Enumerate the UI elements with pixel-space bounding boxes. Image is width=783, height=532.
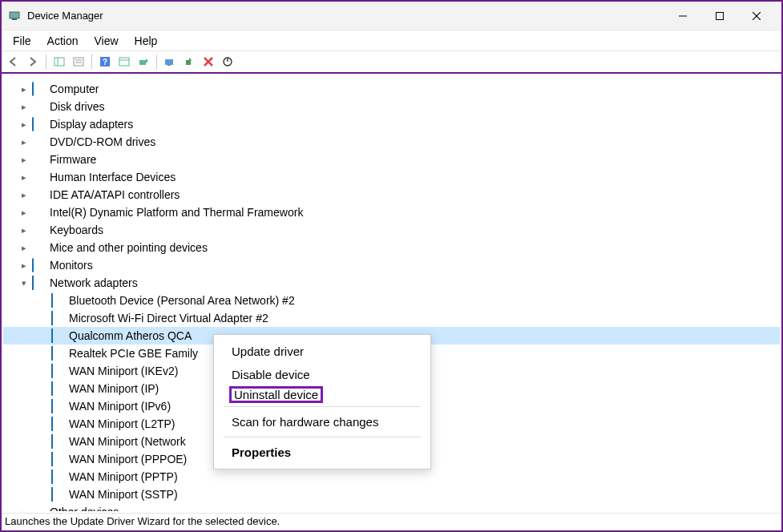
display-icon <box>32 118 46 131</box>
chevron-right-icon[interactable]: ▸ <box>18 155 30 165</box>
tree-item-firmware[interactable]: ▸Firmware <box>3 151 780 168</box>
ctx-uninstall-device[interactable]: Uninstall device <box>229 386 323 403</box>
controller-icon <box>32 188 46 201</box>
keyboard-icon <box>32 224 46 236</box>
maximize-button[interactable] <box>701 3 738 29</box>
separator <box>224 406 421 407</box>
network-icon <box>51 488 66 501</box>
svg-rect-15 <box>139 60 146 65</box>
menu-file[interactable]: File <box>5 33 39 49</box>
uninstall-device-button[interactable] <box>200 53 217 71</box>
svg-rect-1 <box>12 18 17 20</box>
network-icon <box>32 276 46 289</box>
ctx-scan-hardware[interactable]: Scan for hardware changes <box>214 410 430 433</box>
back-button[interactable] <box>5 53 22 71</box>
action-button[interactable] <box>115 53 133 71</box>
svg-rect-16 <box>165 59 173 65</box>
window-title: Device Manager <box>27 10 664 22</box>
svg-rect-3 <box>716 12 724 19</box>
network-icon <box>51 347 66 360</box>
chip-icon <box>32 206 46 219</box>
enable-device-button[interactable] <box>180 53 198 71</box>
ctx-properties[interactable]: Properties <box>214 441 430 464</box>
network-icon <box>51 435 66 448</box>
chevron-right-icon[interactable]: ▸ <box>18 172 30 183</box>
network-icon <box>51 453 66 466</box>
svg-text:?: ? <box>103 58 107 66</box>
network-icon <box>51 365 66 377</box>
disc-icon <box>32 135 46 148</box>
svg-rect-17 <box>167 65 171 66</box>
computer-icon <box>32 83 46 95</box>
tree-item-display-adapters[interactable]: ▸Display adapters <box>3 115 780 133</box>
tree-item-wan-pptp[interactable]: WAN Miniport (PPTP) <box>3 468 780 486</box>
tree-item-disk-drives[interactable]: ▸Disk drives <box>3 98 780 115</box>
tree-item-dvd[interactable]: ▸DVD/CD-ROM drives <box>3 133 780 151</box>
tree-item-hid[interactable]: ▸Human Interface Devices <box>3 168 780 186</box>
app-icon <box>8 10 21 22</box>
menu-view[interactable]: View <box>86 33 126 49</box>
show-hide-console-tree-button[interactable] <box>50 53 68 71</box>
tree-item-computer[interactable]: ▸Computer <box>3 80 780 98</box>
tree-item-ide[interactable]: ▸IDE ATA/ATAPI controllers <box>3 186 780 204</box>
svg-rect-6 <box>54 58 64 66</box>
status-text: Launches the Update Driver Wizard for th… <box>5 515 280 527</box>
menu-action[interactable]: Action <box>39 33 87 49</box>
mouse-icon <box>32 241 46 254</box>
chevron-right-icon[interactable]: ▸ <box>18 137 30 147</box>
network-icon <box>51 470 66 483</box>
drive-icon <box>32 100 46 113</box>
network-icon <box>51 382 66 395</box>
tree-item-wan-sstp[interactable]: WAN Miniport (SSTP) <box>3 486 780 503</box>
svg-rect-8 <box>74 58 83 66</box>
tree-item-wifi-direct[interactable]: Microsoft Wi-Fi Direct Virtual Adapter #… <box>3 309 780 327</box>
monitor-icon <box>32 259 46 272</box>
update-driver-button[interactable] <box>161 53 179 71</box>
chevron-right-icon[interactable]: ▸ <box>18 208 30 218</box>
tree-item-keyboards[interactable]: ▸Keyboards <box>3 221 780 239</box>
chevron-right-icon[interactable]: ▸ <box>18 225 30 236</box>
tree-item-intel-thermal[interactable]: ▸Intel(R) Dynamic Platform and Thermal F… <box>3 204 780 221</box>
disable-device-button[interactable] <box>219 53 236 71</box>
menu-bar: File Action View Help <box>2 30 781 51</box>
title-bar: Device Manager <box>2 2 781 30</box>
chevron-right-icon[interactable]: ▸ <box>18 507 30 512</box>
status-bar: Launches the Update Driver Wizard for th… <box>2 513 781 530</box>
minimize-button[interactable] <box>664 3 701 29</box>
tree-item-monitors[interactable]: ▸Monitors <box>3 256 780 274</box>
chevron-down-icon[interactable]: ▾ <box>18 278 30 288</box>
close-button[interactable] <box>738 3 775 29</box>
scan-hardware-button[interactable] <box>135 53 152 71</box>
svg-rect-13 <box>119 58 129 66</box>
chevron-right-icon[interactable]: ▸ <box>18 84 30 95</box>
hid-icon <box>32 171 46 183</box>
network-icon <box>51 417 66 430</box>
network-icon <box>51 400 66 413</box>
ctx-update-driver[interactable]: Update driver <box>214 340 430 363</box>
network-icon <box>51 312 66 324</box>
chevron-right-icon[interactable]: ▸ <box>18 119 30 130</box>
svg-rect-0 <box>10 12 19 18</box>
separator <box>224 437 421 437</box>
help-button[interactable]: ? <box>96 53 114 71</box>
properties-button[interactable] <box>70 53 87 71</box>
warning-icon <box>32 506 46 511</box>
tree-item-mice[interactable]: ▸Mice and other pointing devices <box>3 239 780 256</box>
tree-item-bluetooth-pan[interactable]: Bluetooth Device (Personal Area Network)… <box>3 292 780 309</box>
network-icon <box>51 294 66 307</box>
tree-item-network-adapters[interactable]: ▾Network adapters <box>3 274 780 292</box>
chevron-right-icon[interactable]: ▸ <box>18 243 30 253</box>
network-icon <box>51 329 66 342</box>
forward-button[interactable] <box>24 53 42 71</box>
ctx-disable-device[interactable]: Disable device <box>214 363 430 386</box>
chip-icon <box>32 153 46 166</box>
context-menu: Update driver Disable device Uninstall d… <box>213 334 431 470</box>
chevron-right-icon[interactable]: ▸ <box>18 102 30 112</box>
chevron-right-icon[interactable]: ▸ <box>18 190 30 200</box>
toolbar: ? <box>2 51 781 74</box>
tree-item-other-devices[interactable]: ▸Other devices <box>3 503 780 511</box>
chevron-right-icon[interactable]: ▸ <box>18 260 30 271</box>
menu-help[interactable]: Help <box>127 33 166 49</box>
